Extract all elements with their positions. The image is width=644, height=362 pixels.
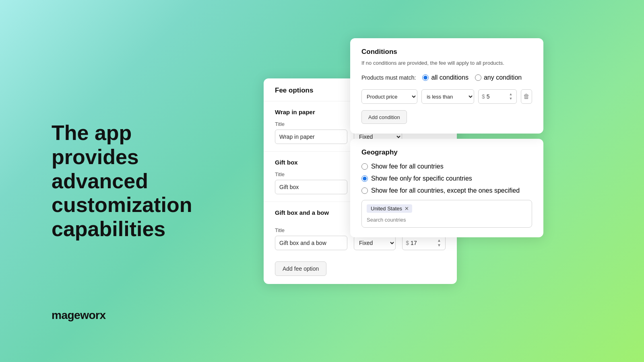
geography-panel: Geography Show fee for all countries Sho… (350, 139, 543, 237)
geography-title: Geography (361, 148, 532, 156)
match-any-label: any condition (484, 74, 522, 81)
country-tag-area[interactable]: United States ✕ (361, 200, 532, 228)
condition-spinner: ▲ ▼ (508, 92, 513, 101)
match-any-radio[interactable] (475, 74, 481, 81)
geo-except-label: Show fee for all countries, except the o… (371, 187, 520, 194)
add-fee-button[interactable]: Add fee option (275, 261, 326, 276)
trash-icon: 🗑 (523, 93, 530, 100)
bow-currency-symbol: $ (406, 240, 409, 246)
conditions-title: Conditions (361, 48, 532, 56)
brand-logo: mageworx (52, 309, 106, 322)
condition-value-input[interactable] (487, 93, 507, 100)
gift-box-bow-name: Gift box and a bow (275, 209, 329, 216)
gift-box-title-input[interactable] (275, 180, 347, 194)
match-all-radio[interactable] (422, 74, 429, 81)
country-tag-label: United States (371, 206, 402, 212)
bow-value-up[interactable]: ▲ (436, 238, 442, 243)
gift-box-title-label: Title (275, 171, 347, 177)
main-headline: The app provides advanced customization … (52, 121, 221, 241)
bow-title-label: Title (275, 227, 347, 233)
conditions-panel: Conditions If no conditions are provided… (350, 38, 543, 134)
geo-specific-label: Show fee only for specific countries (371, 175, 472, 182)
search-countries-input[interactable] (367, 217, 423, 223)
geo-specific-option[interactable]: Show fee only for specific countries (361, 175, 532, 182)
match-row: Products must match: all conditions any … (361, 74, 532, 81)
geo-except-option[interactable]: Show fee for all countries, except the o… (361, 187, 532, 194)
bow-title-input[interactable] (275, 236, 347, 250)
conditions-description: If no conditions are provided, the fee w… (361, 60, 532, 66)
match-all-label: all conditions (431, 74, 469, 81)
condition-field-select[interactable]: Product price (361, 89, 417, 104)
match-label: Products must match: (361, 74, 416, 81)
condition-value-down[interactable]: ▼ (508, 97, 513, 101)
geo-all-label: Show fee for all countries (371, 163, 444, 170)
bow-value-down[interactable]: ▼ (436, 243, 442, 248)
match-any-option[interactable]: any condition (475, 74, 522, 81)
bow-value-spinner: ▲ ▼ (436, 238, 442, 248)
geo-all-option[interactable]: Show fee for all countries (361, 163, 532, 170)
geo-except-radio[interactable] (361, 187, 368, 194)
wrap-title-input[interactable] (275, 130, 347, 144)
country-tag-us: United States ✕ (367, 204, 412, 213)
condition-value-wrap: $ ▲ ▼ (478, 89, 517, 104)
bow-value-wrap: $ ▲ ▼ (402, 236, 446, 250)
bow-pricetype-select[interactable]: Fixed (354, 236, 396, 250)
match-all-option[interactable]: all conditions (422, 74, 469, 81)
geo-all-radio[interactable] (361, 163, 368, 170)
condition-operator-select[interactable]: is less than (421, 89, 474, 104)
condition-value-up[interactable]: ▲ (508, 92, 513, 97)
condition-delete-button[interactable]: 🗑 (521, 89, 532, 104)
condition-currency: $ (482, 93, 485, 100)
bow-inputs-row: Fixed $ ▲ ▼ (275, 236, 446, 250)
country-tag-remove[interactable]: ✕ (405, 206, 409, 211)
bow-value-input[interactable] (411, 240, 435, 246)
add-condition-button[interactable]: Add condition (361, 110, 407, 124)
left-content: The app provides advanced customization … (52, 121, 221, 241)
wrap-title-label: Title (275, 121, 347, 127)
condition-row: Product price is less than $ ▲ ▼ 🗑 (361, 89, 532, 104)
geo-specific-radio[interactable] (361, 175, 368, 182)
